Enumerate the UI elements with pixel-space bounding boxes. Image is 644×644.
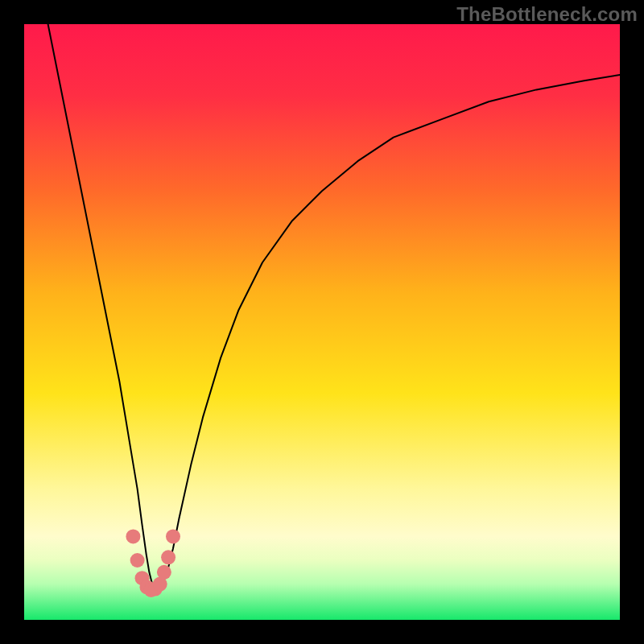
watermark-text: TheBottleneck.com	[456, 3, 638, 26]
valley-highlight-point	[130, 553, 145, 568]
valley-highlight-point	[126, 529, 140, 543]
bottleneck-curve	[48, 24, 620, 590]
valley-highlight-point	[161, 550, 175, 564]
valley-highlight-point	[166, 529, 180, 543]
plot-area	[24, 24, 620, 620]
valley-highlight-point	[157, 565, 171, 580]
chart-frame: TheBottleneck.com	[0, 0, 644, 644]
curve-layer	[24, 24, 620, 620]
